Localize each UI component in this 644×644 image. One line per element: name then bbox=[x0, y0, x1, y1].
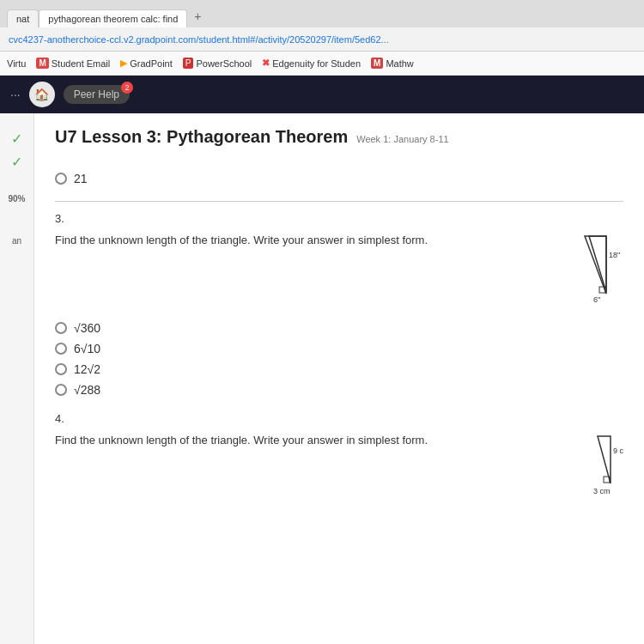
address-bar[interactable]: cvc4237-anotherchoice-ccl.v2.gradpoint.c… bbox=[0, 27, 644, 52]
q3-header: 3. bbox=[55, 212, 623, 225]
q3-option-2-text: 6√10 bbox=[74, 342, 100, 355]
bookmark-gradpoint[interactable]: ▶ GradPoint bbox=[120, 58, 173, 69]
app-header: ··· 🏠 2 Peer Help bbox=[0, 76, 644, 113]
bookmark-edgenuity[interactable]: ✖ Edgenuity for Studen bbox=[262, 58, 361, 69]
divider-1 bbox=[55, 201, 623, 202]
q4-triangle: 9 cm 3 cm bbox=[546, 432, 623, 504]
q3-options: √360 6√10 12√2 √288 bbox=[55, 321, 623, 397]
option-21[interactable]: 21 bbox=[55, 172, 623, 185]
peer-help-label: Peer Help bbox=[74, 88, 119, 100]
radio-q3-2[interactable] bbox=[55, 343, 67, 355]
question-21-answer: 21 bbox=[55, 172, 623, 185]
q3-triangle: 18" 6" bbox=[538, 232, 623, 313]
content-wrapper: ✓ ✓ 90% an U7 Lesson 3: Pythagorean Theo… bbox=[0, 113, 644, 644]
question-4: 4. Find the unknown length of the triang… bbox=[55, 412, 623, 504]
bookmark-email[interactable]: M Student Email bbox=[36, 58, 110, 69]
progress-percent: 90% bbox=[8, 194, 25, 204]
svg-marker-0 bbox=[589, 236, 606, 292]
peer-help-button[interactable]: 2 Peer Help bbox=[64, 85, 130, 104]
bookmark-virtu[interactable]: Virtu bbox=[7, 58, 26, 69]
peer-help-badge: 2 bbox=[121, 82, 133, 94]
q3-option-3-text: 12√2 bbox=[74, 362, 100, 376]
q3-instruction: Find the unknown length of the triangle.… bbox=[55, 232, 520, 250]
tab-nat-label: nat bbox=[16, 14, 29, 24]
q3-option-4[interactable]: √288 bbox=[55, 383, 623, 397]
bookmark-powerschool[interactable]: P PowerSchool bbox=[183, 58, 252, 69]
radio-q3-4[interactable] bbox=[55, 384, 67, 396]
svg-text:6": 6" bbox=[593, 295, 600, 304]
tab-nat[interactable]: nat bbox=[7, 9, 39, 27]
address-text: cvc4237-anotherchoice-ccl.v2.gradpoint.c… bbox=[9, 34, 389, 45]
q3-option-1-text: √360 bbox=[74, 321, 100, 335]
lesson-title: U7 Lesson 3: Pythagorean Theorem bbox=[55, 127, 348, 147]
q3-option-4-text: √288 bbox=[74, 383, 100, 397]
q3-option-1[interactable]: √360 bbox=[55, 321, 623, 335]
q3-body: Find the unknown length of the triangle.… bbox=[55, 232, 623, 313]
left-sidebar: ✓ ✓ 90% an bbox=[0, 113, 34, 644]
home-button[interactable]: 🏠 bbox=[29, 82, 55, 107]
q3-option-3[interactable]: 12√2 bbox=[55, 362, 623, 376]
bookmark-mathw[interactable]: M Mathw bbox=[371, 58, 414, 69]
radio-q3-1[interactable] bbox=[55, 322, 67, 334]
radio-21[interactable] bbox=[55, 173, 67, 185]
check-2: ✓ bbox=[11, 154, 22, 170]
q4-body: Find the unknown length of the triangle.… bbox=[55, 432, 623, 504]
q4-header: 4. bbox=[55, 412, 623, 425]
q4-instruction: Find the unknown length of the triangle.… bbox=[55, 432, 529, 450]
question-3: 3. Find the unknown length of the triang… bbox=[55, 212, 623, 397]
svg-text:3 cm: 3 cm bbox=[593, 487, 611, 495]
check-1: ✓ bbox=[11, 131, 22, 147]
q3-option-2[interactable]: 6√10 bbox=[55, 342, 623, 355]
svg-text:18": 18" bbox=[609, 251, 620, 259]
lesson-content: U7 Lesson 3: Pythagorean Theorem Week 1:… bbox=[34, 113, 644, 644]
browser-tabs: nat pythagorean theorem calc: find + bbox=[0, 0, 644, 27]
side-label: an bbox=[12, 236, 21, 246]
nav-dots[interactable]: ··· bbox=[10, 88, 21, 101]
tab-new[interactable]: + bbox=[187, 6, 208, 27]
tab-pythagorean[interactable]: pythagorean theorem calc: find bbox=[39, 9, 187, 27]
option-21-text: 21 bbox=[74, 172, 88, 185]
tab-pythagorean-label: pythagorean theorem calc: find bbox=[48, 14, 178, 24]
svg-text:9 cm: 9 cm bbox=[613, 447, 623, 455]
svg-marker-1 bbox=[585, 236, 606, 294]
bookmarks-bar: Virtu M Student Email ▶ GradPoint P Powe… bbox=[0, 52, 644, 76]
radio-q3-3[interactable] bbox=[55, 363, 67, 375]
lesson-week: Week 1: January 8-11 bbox=[356, 134, 448, 144]
